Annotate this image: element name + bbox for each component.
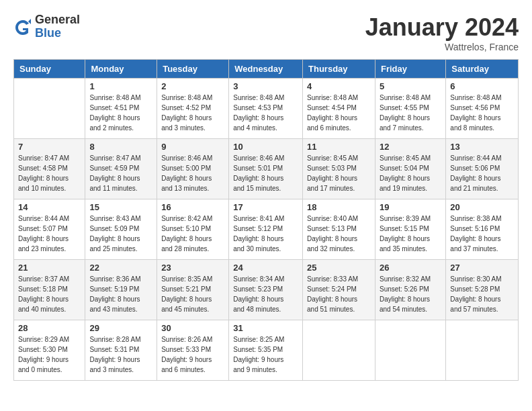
calendar-cell: 4Sunrise: 8:48 AM Sunset: 4:54 PM Daylig… [303, 79, 375, 139]
calendar-cell: 5Sunrise: 8:48 AM Sunset: 4:55 PM Daylig… [375, 79, 445, 139]
calendar-cell [446, 320, 519, 381]
day-number: 21 [18, 263, 81, 273]
month-title: January 2024 [365, 13, 519, 42]
day-info: Sunrise: 8:37 AM Sunset: 5:18 PM Dayligh… [18, 274, 81, 314]
day-number: 5 [380, 81, 441, 91]
calendar-cell: 12Sunrise: 8:45 AM Sunset: 5:04 PM Dayli… [375, 139, 445, 199]
day-info: Sunrise: 8:48 AM Sunset: 4:52 PM Dayligh… [161, 93, 224, 133]
calendar-cell: 2Sunrise: 8:48 AM Sunset: 4:52 PM Daylig… [157, 79, 229, 139]
day-number: 13 [450, 142, 514, 152]
day-info: Sunrise: 8:46 AM Sunset: 5:01 PM Dayligh… [233, 153, 298, 193]
day-number: 22 [89, 263, 152, 273]
day-info: Sunrise: 8:45 AM Sunset: 5:03 PM Dayligh… [307, 153, 371, 193]
day-info: Sunrise: 8:39 AM Sunset: 5:15 PM Dayligh… [380, 214, 441, 254]
calendar-cell: 6Sunrise: 8:48 AM Sunset: 4:56 PM Daylig… [446, 79, 519, 139]
day-info: Sunrise: 8:44 AM Sunset: 5:07 PM Dayligh… [18, 214, 81, 254]
weekday-header: Friday [375, 60, 445, 79]
calendar-cell: 28Sunrise: 8:29 AM Sunset: 5:30 PM Dayli… [14, 320, 85, 381]
calendar-cell: 8Sunrise: 8:47 AM Sunset: 4:59 PM Daylig… [85, 139, 157, 199]
day-info: Sunrise: 8:28 AM Sunset: 5:31 PM Dayligh… [89, 334, 152, 375]
calendar-cell: 25Sunrise: 8:33 AM Sunset: 5:24 PM Dayli… [303, 260, 375, 320]
day-number: 27 [450, 263, 514, 273]
calendar-cell: 16Sunrise: 8:42 AM Sunset: 5:10 PM Dayli… [157, 199, 229, 260]
calendar-week-row: 28Sunrise: 8:29 AM Sunset: 5:30 PM Dayli… [14, 320, 519, 381]
calendar-cell [375, 320, 445, 381]
logo-icon [13, 17, 32, 36]
day-info: Sunrise: 8:38 AM Sunset: 5:16 PM Dayligh… [450, 214, 514, 254]
day-number: 11 [307, 142, 371, 152]
calendar-week-row: 14Sunrise: 8:44 AM Sunset: 5:07 PM Dayli… [14, 199, 519, 260]
title-block: January 2024 Wattrelos, France [365, 13, 519, 52]
day-number: 9 [161, 142, 224, 152]
weekday-header: Thursday [303, 60, 375, 79]
day-info: Sunrise: 8:48 AM Sunset: 4:54 PM Dayligh… [307, 93, 371, 133]
day-info: Sunrise: 8:48 AM Sunset: 4:55 PM Dayligh… [380, 93, 441, 133]
day-info: Sunrise: 8:33 AM Sunset: 5:24 PM Dayligh… [307, 274, 371, 314]
calendar-cell: 17Sunrise: 8:41 AM Sunset: 5:12 PM Dayli… [229, 199, 303, 260]
day-info: Sunrise: 8:35 AM Sunset: 5:21 PM Dayligh… [161, 274, 224, 314]
day-info: Sunrise: 8:44 AM Sunset: 5:06 PM Dayligh… [450, 153, 514, 193]
day-info: Sunrise: 8:30 AM Sunset: 5:28 PM Dayligh… [450, 274, 514, 314]
day-number: 12 [380, 142, 441, 152]
day-info: Sunrise: 8:42 AM Sunset: 5:10 PM Dayligh… [161, 214, 224, 254]
calendar-cell: 23Sunrise: 8:35 AM Sunset: 5:21 PM Dayli… [157, 260, 229, 320]
day-number: 7 [18, 142, 81, 152]
day-number: 14 [18, 202, 81, 212]
weekday-header: Tuesday [157, 60, 229, 79]
day-number: 2 [161, 81, 224, 91]
day-info: Sunrise: 8:47 AM Sunset: 4:59 PM Dayligh… [89, 153, 152, 193]
day-info: Sunrise: 8:32 AM Sunset: 5:26 PM Dayligh… [380, 274, 441, 314]
calendar-cell: 29Sunrise: 8:28 AM Sunset: 5:31 PM Dayli… [85, 320, 157, 381]
day-number: 10 [233, 142, 298, 152]
calendar-cell: 31Sunrise: 8:25 AM Sunset: 5:35 PM Dayli… [229, 320, 303, 381]
day-info: Sunrise: 8:48 AM Sunset: 4:53 PM Dayligh… [233, 93, 298, 133]
weekday-header: Wednesday [229, 60, 303, 79]
day-info: Sunrise: 8:40 AM Sunset: 5:13 PM Dayligh… [307, 214, 371, 254]
calendar-cell: 11Sunrise: 8:45 AM Sunset: 5:03 PM Dayli… [303, 139, 375, 199]
logo: General Blue [13, 13, 80, 40]
location: Wattrelos, France [365, 42, 519, 52]
calendar-cell [303, 320, 375, 381]
calendar-week-row: 21Sunrise: 8:37 AM Sunset: 5:18 PM Dayli… [14, 260, 519, 320]
calendar-cell: 7Sunrise: 8:47 AM Sunset: 4:58 PM Daylig… [14, 139, 85, 199]
calendar-table: SundayMondayTuesdayWednesdayThursdayFrid… [13, 59, 519, 381]
day-number: 1 [89, 81, 152, 91]
calendar-week-row: 7Sunrise: 8:47 AM Sunset: 4:58 PM Daylig… [14, 139, 519, 199]
day-number: 17 [233, 202, 298, 212]
weekday-header: Saturday [446, 60, 519, 79]
calendar-cell: 18Sunrise: 8:40 AM Sunset: 5:13 PM Dayli… [303, 199, 375, 260]
calendar-cell: 1Sunrise: 8:48 AM Sunset: 4:51 PM Daylig… [85, 79, 157, 139]
day-number: 28 [18, 323, 81, 333]
day-info: Sunrise: 8:36 AM Sunset: 5:19 PM Dayligh… [89, 274, 152, 314]
calendar-cell: 10Sunrise: 8:46 AM Sunset: 5:01 PM Dayli… [229, 139, 303, 199]
calendar-header-row: SundayMondayTuesdayWednesdayThursdayFrid… [14, 60, 519, 79]
calendar-cell: 22Sunrise: 8:36 AM Sunset: 5:19 PM Dayli… [85, 260, 157, 320]
day-number: 18 [307, 202, 371, 212]
calendar-cell: 21Sunrise: 8:37 AM Sunset: 5:18 PM Dayli… [14, 260, 85, 320]
day-info: Sunrise: 8:48 AM Sunset: 4:51 PM Dayligh… [89, 93, 152, 133]
calendar-cell: 13Sunrise: 8:44 AM Sunset: 5:06 PM Dayli… [446, 139, 519, 199]
day-number: 6 [450, 81, 514, 91]
calendar-cell: 20Sunrise: 8:38 AM Sunset: 5:16 PM Dayli… [446, 199, 519, 260]
day-number: 4 [307, 81, 371, 91]
day-info: Sunrise: 8:26 AM Sunset: 5:33 PM Dayligh… [161, 334, 224, 375]
day-info: Sunrise: 8:41 AM Sunset: 5:12 PM Dayligh… [233, 214, 298, 254]
day-info: Sunrise: 8:25 AM Sunset: 5:35 PM Dayligh… [233, 334, 298, 375]
calendar-cell: 30Sunrise: 8:26 AM Sunset: 5:33 PM Dayli… [157, 320, 229, 381]
day-number: 15 [89, 202, 152, 212]
day-number: 23 [161, 263, 224, 273]
day-info: Sunrise: 8:47 AM Sunset: 4:58 PM Dayligh… [18, 153, 81, 193]
logo-text: General Blue [35, 13, 80, 40]
day-number: 8 [89, 142, 152, 152]
calendar-cell: 27Sunrise: 8:30 AM Sunset: 5:28 PM Dayli… [446, 260, 519, 320]
weekday-header: Sunday [14, 60, 85, 79]
day-number: 30 [161, 323, 224, 333]
day-info: Sunrise: 8:48 AM Sunset: 4:56 PM Dayligh… [450, 93, 514, 133]
calendar-cell: 26Sunrise: 8:32 AM Sunset: 5:26 PM Dayli… [375, 260, 445, 320]
page-header: General Blue January 2024 Wattrelos, Fra… [13, 13, 519, 52]
weekday-header: Monday [85, 60, 157, 79]
day-info: Sunrise: 8:46 AM Sunset: 5:00 PM Dayligh… [161, 153, 224, 193]
day-number: 20 [450, 202, 514, 212]
day-number: 3 [233, 81, 298, 91]
calendar-week-row: 1Sunrise: 8:48 AM Sunset: 4:51 PM Daylig… [14, 79, 519, 139]
